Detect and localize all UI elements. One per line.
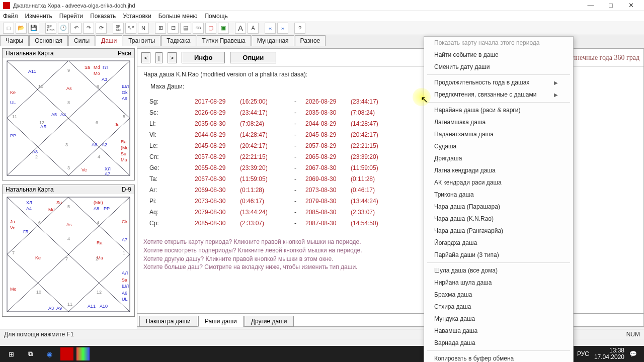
chart-d9[interactable]: Натальная КартаD-9 As ХЛSu(Me) A4MdA8PP … [2, 185, 135, 317]
tool-north-icon[interactable]: N [138, 23, 149, 34]
tray-notif-icon[interactable]: 💬 [629, 350, 637, 357]
tool-sb-icon[interactable]: SB [193, 23, 204, 34]
nav-next[interactable]: > [168, 52, 177, 63]
svg-text:A11: A11 [88, 304, 96, 309]
svg-text:Ve: Ve [82, 167, 87, 172]
tab-Титхи Правеша[interactable]: Титхи Правеша [197, 35, 251, 46]
tool-save-icon[interactable]: 💾 [28, 23, 39, 34]
chrome-icon[interactable]: ◉ [41, 347, 57, 361]
tool-grid1-icon[interactable]: ⊞ [155, 23, 166, 34]
tab-Разное[interactable]: Разное [295, 35, 326, 46]
svg-text:Ke: Ke [35, 255, 41, 260]
tray-lang[interactable]: РУС [577, 350, 589, 357]
ctx-item[interactable]: Чара даша (Парашара) [424, 201, 573, 213]
tool-grid2-icon[interactable]: ⊟ [168, 23, 179, 34]
tool-new-icon[interactable]: □ [3, 23, 14, 34]
ctx-item[interactable]: Лагна кендради даша [424, 164, 573, 176]
tool-open-icon[interactable]: 📂 [16, 23, 27, 34]
tool-redo-icon[interactable]: ↷ [83, 23, 94, 34]
chart-rasi[interactable]: Натальная КартаРаси AsАЛ PPKeUL A11SaMdГ… [2, 48, 135, 180]
tool-font-small-icon[interactable]: A [248, 23, 259, 34]
tool-spdata-icon[interactable]: SPData [45, 23, 56, 34]
tool-next-icon[interactable]: » [277, 23, 288, 34]
tab-Мунданная[interactable]: Мунданная [252, 35, 294, 46]
tab-Силы[interactable]: Силы [68, 35, 95, 46]
minimize-button[interactable]: — [581, 1, 601, 11]
tab-Транзиты[interactable]: Транзиты [123, 35, 160, 46]
ctx-item[interactable]: Предпочтения, связанные с дашами▶ [424, 88, 573, 101]
ctx-item[interactable]: Найти событие в даше [424, 49, 573, 61]
ctx-item[interactable]: Навамша даша [424, 325, 573, 337]
tool-refresh-icon[interactable]: ⟳ [96, 23, 107, 34]
menu-Изменить[interactable]: Изменить [25, 13, 52, 20]
ctx-item[interactable]: Дригдаша [424, 152, 573, 164]
ctx-item[interactable]: Продолжительность года в дашах▶ [424, 76, 573, 88]
svg-text:A3: A3 [102, 77, 107, 82]
ctx-item[interactable]: Брахма даша [424, 289, 573, 301]
svg-text:Sa: Sa [122, 278, 127, 283]
svg-text:UL: UL [122, 297, 128, 302]
tool-spkn-icon[interactable]: SPKN [113, 23, 124, 34]
tool-box2-icon[interactable]: ▣ [218, 23, 229, 34]
menu-Помощь[interactable]: Помощь [204, 13, 227, 20]
nav-stop[interactable]: | [155, 52, 163, 63]
ctx-item[interactable]: Чара даша (K.N.Rao) [424, 213, 573, 225]
ctx-item[interactable]: Стхира даша [424, 301, 573, 313]
menu-Показать[interactable]: Показать [90, 13, 116, 20]
tool-undo-icon[interactable]: ↶ [70, 23, 82, 34]
tray-clock[interactable]: 13:3817.04.2020 [594, 347, 624, 360]
ctx-item[interactable]: АК кендради раси даша [424, 176, 573, 189]
ctx-item[interactable]: Паданатхамша даша [424, 128, 573, 140]
tab-Таджака[interactable]: Таджака [161, 35, 196, 46]
tab-Чакры[interactable]: Чакры [0, 35, 29, 46]
options-button[interactable]: Опции [230, 52, 276, 63]
close-button[interactable]: ✕ [621, 1, 641, 11]
ctx-item[interactable]: Чара даша (Рангачарйа) [424, 225, 573, 237]
svg-text:10: 10 [38, 84, 43, 89]
svg-text:A7: A7 [105, 171, 110, 176]
start-button[interactable]: ⊞ [3, 347, 19, 361]
ctx-item[interactable]: Варнада даша [424, 337, 573, 349]
svg-text:PP: PP [104, 206, 110, 211]
ctx-item[interactable]: Нарайана даша (раси & варги) [424, 104, 573, 116]
btab-1[interactable]: Раши даши [198, 316, 244, 327]
svg-text:Gk: Gk [122, 219, 128, 224]
svg-text:A2: A2 [102, 142, 107, 147]
maximize-button[interactable]: □ [601, 1, 621, 11]
ctx-item[interactable]: Трикона даша [424, 189, 573, 201]
info-button[interactable]: Инфо [182, 52, 225, 63]
tab-Даши[interactable]: Даши [96, 35, 122, 46]
tool-help-icon[interactable]: ? [294, 23, 305, 34]
app-icon [3, 2, 10, 9]
tool-box1-icon[interactable]: ▢ [205, 23, 216, 34]
tool-font-big-icon[interactable]: A [235, 23, 246, 34]
ctx-item[interactable]: Сменить дату даши [424, 61, 573, 73]
window-title: Джаганнатха Хора - adveeva-olga-erika-do… [13, 3, 581, 9]
tool-prev-icon[interactable]: « [265, 23, 276, 34]
tool-now-icon[interactable]: 🕐 [58, 23, 69, 34]
ctx-item[interactable]: Йогардха даша [424, 237, 573, 249]
menu-Больше меню[interactable]: Больше меню [158, 13, 198, 20]
menu-Установки[interactable]: Установки [123, 13, 151, 20]
taskview-icon[interactable]: ⧉ [22, 347, 38, 361]
svg-text:A11: A11 [28, 69, 36, 74]
ctx-item[interactable]: Шула даша (все дома) [424, 264, 573, 277]
svg-text:Ma: Ma [121, 157, 127, 162]
ctx-item[interactable]: Нирйана шула даша [424, 277, 573, 289]
ctx-item[interactable]: Судаша [424, 140, 573, 152]
menu-Перейти[interactable]: Перейти [59, 13, 84, 20]
jhora-icon[interactable] [60, 347, 73, 360]
status-num: NUM [626, 331, 640, 338]
ctx-item[interactable]: Копировать в буфер обмена [424, 352, 573, 362]
btab-2[interactable]: Другие даши [245, 316, 294, 327]
nav-prev[interactable]: < [141, 52, 150, 63]
ctx-item[interactable]: Мундука даша [424, 313, 573, 325]
tab-Основная[interactable]: Основная [29, 35, 68, 46]
app3-icon[interactable] [76, 347, 90, 360]
tool-layout-icon[interactable]: ▤ [180, 23, 191, 34]
ctx-item[interactable]: Парйайа даши (3 типа) [424, 249, 573, 261]
menu-Файл[interactable]: Файл [3, 13, 18, 20]
btab-0[interactable]: Накшатра даши [139, 316, 197, 327]
ctx-item[interactable]: Лагнамшака даша [424, 116, 573, 128]
tool-select-icon[interactable]: ↖* [125, 23, 136, 34]
